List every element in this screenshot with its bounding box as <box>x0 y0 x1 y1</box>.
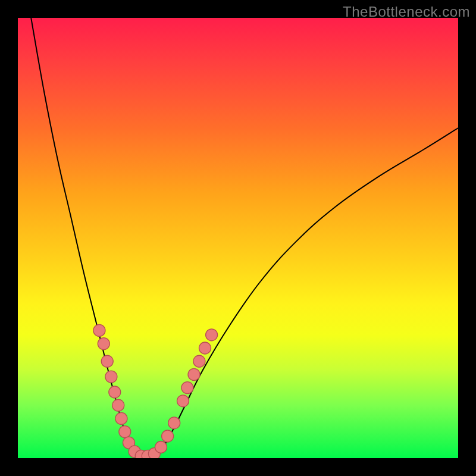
data-point <box>193 355 205 367</box>
data-point <box>206 329 218 341</box>
data-point <box>93 324 105 336</box>
chart-container: TheBottleneck.com <box>0 0 476 476</box>
data-point <box>119 426 131 438</box>
data-point <box>112 399 124 411</box>
data-point <box>199 342 211 354</box>
data-point <box>188 368 200 380</box>
data-point <box>115 412 127 424</box>
data-point <box>109 386 121 398</box>
plot-area <box>18 18 458 458</box>
data-point <box>155 441 167 453</box>
data-point <box>162 430 174 442</box>
dots-layer <box>93 324 218 458</box>
data-point <box>177 395 189 407</box>
curve-svg <box>18 18 458 458</box>
bottleneck-curve <box>31 18 458 458</box>
data-point <box>181 382 193 394</box>
curve-layer <box>31 18 458 458</box>
data-point <box>101 355 113 367</box>
data-point <box>105 371 117 383</box>
data-point <box>168 417 180 429</box>
data-point <box>98 338 109 350</box>
